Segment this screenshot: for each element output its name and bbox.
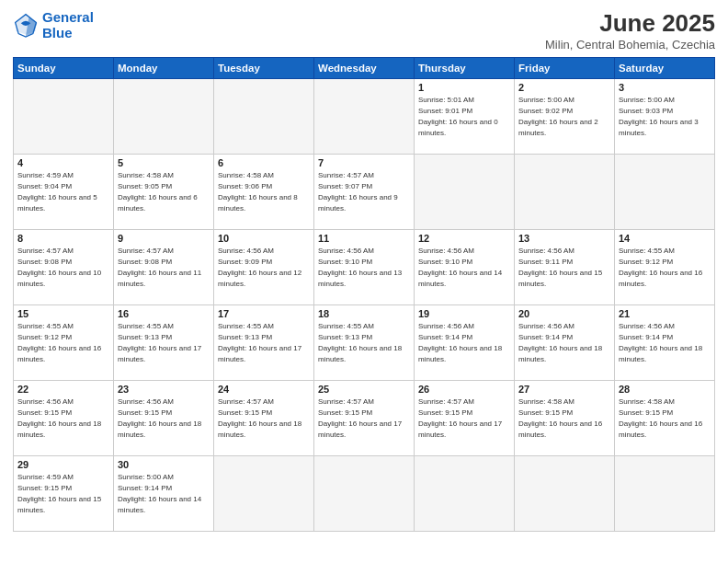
location-subtitle: Milin, Central Bohemia, Czechia (545, 38, 715, 52)
calendar-header-friday: Friday (515, 58, 615, 79)
calendar-week-5: 29Sunrise: 4:59 AMSunset: 9:15 PMDayligh… (14, 456, 715, 532)
calendar-cell: 15Sunrise: 4:55 AMSunset: 9:12 PMDayligh… (14, 305, 114, 381)
calendar-cell: 11Sunrise: 4:56 AMSunset: 9:10 PMDayligh… (314, 230, 415, 305)
day-number: 3 (619, 82, 711, 93)
day-number: 7 (318, 157, 410, 168)
day-info: Sunrise: 4:55 AMSunset: 9:12 PMDaylight:… (619, 246, 711, 290)
day-info: Sunrise: 4:56 AMSunset: 9:14 PMDaylight:… (518, 321, 610, 365)
day-info: Sunrise: 4:56 AMSunset: 9:10 PMDaylight:… (318, 246, 410, 290)
day-number: 28 (619, 384, 711, 395)
day-number: 23 (118, 384, 210, 395)
calendar-cell: 12Sunrise: 4:56 AMSunset: 9:10 PMDayligh… (415, 230, 515, 305)
calendar-cell (415, 456, 515, 532)
calendar-cell (615, 456, 715, 532)
day-number: 24 (218, 384, 310, 395)
day-number: 16 (118, 308, 210, 319)
logo-general: General (42, 9, 94, 25)
day-number: 21 (619, 308, 711, 319)
calendar-header-saturday: Saturday (615, 58, 715, 79)
calendar-header-wednesday: Wednesday (314, 58, 415, 79)
day-number: 9 (118, 233, 210, 244)
day-info: Sunrise: 4:57 AMSunset: 9:07 PMDaylight:… (318, 170, 410, 214)
day-number: 30 (118, 459, 210, 470)
calendar-cell (14, 79, 114, 155)
day-info: Sunrise: 4:56 AMSunset: 9:11 PMDaylight:… (518, 246, 610, 290)
day-number: 25 (318, 384, 410, 395)
day-info: Sunrise: 4:58 AMSunset: 9:05 PMDaylight:… (118, 170, 210, 214)
day-number: 2 (518, 82, 610, 93)
header-area: General Blue June 2025 Milin, Central Bo… (13, 9, 715, 52)
day-number: 29 (17, 459, 109, 470)
calendar-week-1: 4Sunrise: 4:59 AMSunset: 9:04 PMDaylight… (14, 155, 715, 230)
day-number: 18 (318, 308, 410, 319)
calendar-header-sunday: Sunday (14, 58, 114, 79)
calendar-cell (515, 456, 615, 532)
calendar-table: SundayMondayTuesdayWednesdayThursdayFrid… (13, 57, 715, 532)
day-info: Sunrise: 5:00 AMSunset: 9:03 PMDaylight:… (619, 95, 711, 139)
calendar-cell: 24Sunrise: 4:57 AMSunset: 9:15 PMDayligh… (214, 381, 314, 456)
calendar-week-0: 1Sunrise: 5:01 AMSunset: 9:01 PMDaylight… (14, 79, 715, 155)
calendar-header-tuesday: Tuesday (214, 58, 314, 79)
calendar-cell (515, 155, 615, 230)
day-info: Sunrise: 5:00 AMSunset: 9:14 PMDaylight:… (118, 472, 210, 516)
calendar-cell: 20Sunrise: 4:56 AMSunset: 9:14 PMDayligh… (515, 305, 615, 381)
calendar-cell: 28Sunrise: 4:58 AMSunset: 9:15 PMDayligh… (615, 381, 715, 456)
day-number: 17 (218, 308, 310, 319)
day-number: 4 (17, 157, 109, 168)
logo-text: General Blue (42, 9, 94, 41)
day-number: 6 (218, 157, 310, 168)
calendar-week-3: 15Sunrise: 4:55 AMSunset: 9:12 PMDayligh… (14, 305, 715, 381)
day-info: Sunrise: 4:55 AMSunset: 9:13 PMDaylight:… (318, 321, 410, 365)
day-number: 5 (118, 157, 210, 168)
calendar-cell: 23Sunrise: 4:56 AMSunset: 9:15 PMDayligh… (114, 381, 214, 456)
day-info: Sunrise: 4:56 AMSunset: 9:09 PMDaylight:… (218, 246, 310, 290)
day-number: 20 (518, 308, 610, 319)
day-number: 22 (17, 384, 109, 395)
month-title: June 2025 (545, 9, 715, 38)
calendar-cell: 14Sunrise: 4:55 AMSunset: 9:12 PMDayligh… (615, 230, 715, 305)
calendar-cell: 9Sunrise: 4:57 AMSunset: 9:08 PMDaylight… (114, 230, 214, 305)
day-info: Sunrise: 4:56 AMSunset: 9:14 PMDaylight:… (418, 321, 510, 365)
calendar-cell (214, 79, 314, 155)
day-info: Sunrise: 4:59 AMSunset: 9:04 PMDaylight:… (17, 170, 109, 214)
calendar-cell: 30Sunrise: 5:00 AMSunset: 9:14 PMDayligh… (114, 456, 214, 532)
calendar-cell (314, 456, 415, 532)
calendar-cell: 5Sunrise: 4:58 AMSunset: 9:05 PMDaylight… (114, 155, 214, 230)
calendar-cell: 3Sunrise: 5:00 AMSunset: 9:03 PMDaylight… (615, 79, 715, 155)
day-number: 19 (418, 308, 510, 319)
calendar-cell: 7Sunrise: 4:57 AMSunset: 9:07 PMDaylight… (314, 155, 415, 230)
calendar-cell: 1Sunrise: 5:01 AMSunset: 9:01 PMDaylight… (415, 79, 515, 155)
page: General Blue June 2025 Milin, Central Bo… (0, 0, 728, 563)
day-info: Sunrise: 4:58 AMSunset: 9:15 PMDaylight:… (619, 396, 711, 441)
calendar-cell (114, 79, 214, 155)
calendar-cell: 19Sunrise: 4:56 AMSunset: 9:14 PMDayligh… (415, 305, 515, 381)
calendar-cell (214, 456, 314, 532)
calendar-cell: 4Sunrise: 4:59 AMSunset: 9:04 PMDaylight… (14, 155, 114, 230)
calendar-cell: 22Sunrise: 4:56 AMSunset: 9:15 PMDayligh… (14, 381, 114, 456)
calendar-cell: 6Sunrise: 4:58 AMSunset: 9:06 PMDaylight… (214, 155, 314, 230)
calendar-cell (314, 79, 415, 155)
calendar-cell: 10Sunrise: 4:56 AMSunset: 9:09 PMDayligh… (214, 230, 314, 305)
calendar-week-2: 8Sunrise: 4:57 AMSunset: 9:08 PMDaylight… (14, 230, 715, 305)
day-info: Sunrise: 4:59 AMSunset: 9:15 PMDaylight:… (17, 472, 109, 516)
day-number: 11 (318, 233, 410, 244)
calendar-cell (415, 155, 515, 230)
calendar-week-4: 22Sunrise: 4:56 AMSunset: 9:15 PMDayligh… (14, 381, 715, 456)
calendar-cell: 29Sunrise: 4:59 AMSunset: 9:15 PMDayligh… (14, 456, 114, 532)
day-number: 26 (418, 384, 510, 395)
day-number: 10 (218, 233, 310, 244)
calendar-cell: 17Sunrise: 4:55 AMSunset: 9:13 PMDayligh… (214, 305, 314, 381)
day-number: 8 (17, 233, 109, 244)
day-info: Sunrise: 5:01 AMSunset: 9:01 PMDaylight:… (418, 95, 510, 139)
calendar-header-thursday: Thursday (415, 58, 515, 79)
calendar-cell: 25Sunrise: 4:57 AMSunset: 9:15 PMDayligh… (314, 381, 415, 456)
calendar-header-row: SundayMondayTuesdayWednesdayThursdayFrid… (14, 58, 715, 79)
day-info: Sunrise: 4:55 AMSunset: 9:13 PMDaylight:… (218, 321, 310, 365)
day-info: Sunrise: 4:58 AMSunset: 9:15 PMDaylight:… (518, 396, 610, 441)
day-number: 12 (418, 233, 510, 244)
calendar-cell: 13Sunrise: 4:56 AMSunset: 9:11 PMDayligh… (515, 230, 615, 305)
day-info: Sunrise: 4:57 AMSunset: 9:15 PMDaylight:… (218, 396, 310, 441)
day-info: Sunrise: 4:56 AMSunset: 9:15 PMDaylight:… (17, 396, 109, 441)
calendar-cell: 27Sunrise: 4:58 AMSunset: 9:15 PMDayligh… (515, 381, 615, 456)
logo-icon (13, 12, 39, 38)
